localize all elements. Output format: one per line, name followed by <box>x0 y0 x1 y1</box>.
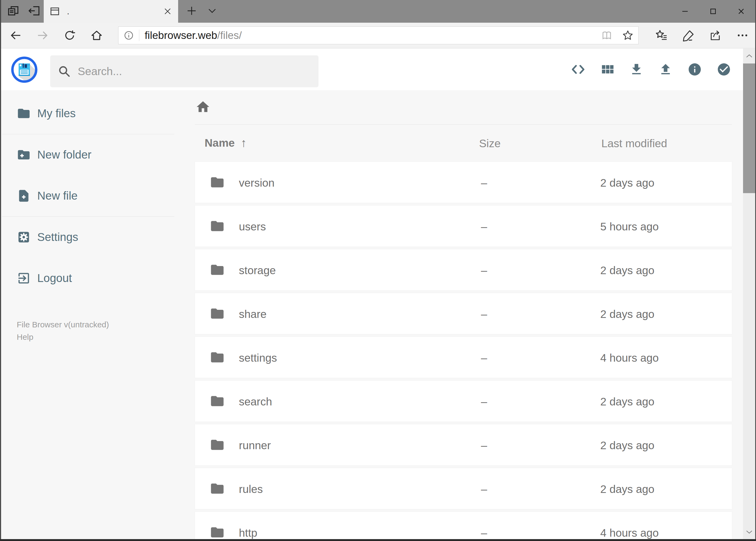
scrollbar-thumb[interactable] <box>743 64 755 193</box>
file-listing: Name ↑ Size Last modified version – 2 da… <box>178 90 756 541</box>
settings-and-more-ellipsis-button[interactable] <box>729 23 756 48</box>
file-name: users <box>239 221 266 233</box>
file-browser-logo[interactable] <box>11 56 38 83</box>
select-multiple-check-button[interactable] <box>717 62 731 77</box>
page-favicon-icon <box>50 6 60 16</box>
forward-button[interactable] <box>29 23 56 48</box>
file-size: – <box>481 483 487 496</box>
file-modified: 2 days ago <box>600 177 654 189</box>
browser-tab[interactable]: . <box>44 0 178 23</box>
tab-preview-toggle-button[interactable] <box>202 0 222 23</box>
web-note-pen-button[interactable] <box>675 23 702 48</box>
app-header <box>0 49 756 90</box>
folder-icon <box>210 219 225 234</box>
home-button[interactable] <box>83 23 110 48</box>
file-name: search <box>239 395 272 408</box>
file-row[interactable]: http – 4 hours ago <box>195 512 732 541</box>
share-button[interactable] <box>702 23 729 48</box>
column-header-name[interactable]: Name ↑ <box>205 136 247 150</box>
column-header-size[interactable]: Size <box>479 137 501 150</box>
help-link[interactable]: Help <box>17 331 109 343</box>
file-size: – <box>481 352 487 364</box>
settings-gear-icon <box>17 230 31 244</box>
file-row[interactable]: settings – 4 hours ago <box>195 337 732 378</box>
close-window-button[interactable] <box>727 0 755 23</box>
address-bar[interactable]: filebrowser.web/files/ <box>118 26 638 44</box>
sidebar: My files New folder New file <box>0 90 178 541</box>
window-frame-left <box>0 0 1 541</box>
sidebar-item-label: Logout <box>37 272 72 285</box>
file-modified: 2 days ago <box>600 483 654 496</box>
sidebar-item-label: New file <box>37 189 78 202</box>
file-modified: 2 days ago <box>600 395 654 408</box>
file-name: http <box>239 527 257 539</box>
raw-editor-code-button[interactable] <box>571 62 586 77</box>
window-controls <box>671 0 755 23</box>
sidebar-item-new-folder[interactable]: New folder <box>0 134 178 175</box>
new-tab-button[interactable] <box>181 0 202 23</box>
refresh-button[interactable] <box>56 23 83 48</box>
folder-icon <box>210 262 225 277</box>
minimize-button[interactable] <box>671 0 699 23</box>
browser-window: . <box>0 0 756 541</box>
scrollbar-up-arrow[interactable] <box>743 50 755 62</box>
sidebar-item-label: New folder <box>37 148 92 161</box>
file-row[interactable]: search – 2 days ago <box>195 380 732 422</box>
url-path: /files/ <box>217 29 242 41</box>
file-size: – <box>481 527 487 539</box>
grid-view-button[interactable] <box>600 62 615 77</box>
scrollbar-down-arrow[interactable] <box>743 526 755 538</box>
chevron-down-icon <box>207 6 217 17</box>
column-header-last-modified[interactable]: Last modified <box>601 137 667 150</box>
download-button[interactable] <box>629 62 644 77</box>
sidebar-item-label: Settings <box>37 231 78 244</box>
folder-icon <box>210 481 225 496</box>
sidebar-item-my-files[interactable]: My files <box>0 93 178 134</box>
breadcrumb-home-icon[interactable] <box>195 99 210 115</box>
hub-favorites-button[interactable] <box>648 23 675 48</box>
maximize-button[interactable] <box>699 0 727 23</box>
set-tabs-aside-button[interactable] <box>25 0 44 23</box>
new-folder-icon <box>17 148 31 162</box>
file-size: – <box>481 395 487 408</box>
file-modified: 2 days ago <box>600 439 654 452</box>
reading-view-button[interactable] <box>596 27 617 44</box>
tab-title: . <box>67 0 163 23</box>
file-row[interactable]: version – 2 days ago <box>195 162 732 203</box>
add-favorite-star-button[interactable] <box>617 27 638 44</box>
header-actions <box>571 49 731 90</box>
file-browser-page: My files New folder New file <box>0 49 756 541</box>
file-row[interactable]: runner – 2 days ago <box>195 424 732 465</box>
file-row[interactable]: rules – 2 days ago <box>195 468 732 509</box>
file-row[interactable]: share – 2 days ago <box>195 293 732 334</box>
breadcrumb-divider <box>195 124 732 125</box>
file-modified: 4 hours ago <box>600 352 659 364</box>
tabs-set-aside-list-button[interactable] <box>4 0 23 23</box>
sidebar-item-settings[interactable]: Settings <box>0 217 178 258</box>
file-row[interactable]: users – 5 hours ago <box>195 206 732 247</box>
tabs-preview-icon <box>7 5 19 18</box>
page-scrollbar[interactable] <box>743 49 755 541</box>
back-button[interactable] <box>2 23 29 48</box>
folder-icon <box>210 393 225 409</box>
search-input[interactable] <box>78 65 311 78</box>
file-name: share <box>239 308 267 320</box>
set-aside-arrow-icon <box>28 5 41 18</box>
file-size: – <box>481 177 487 189</box>
sidebar-item-logout[interactable]: Logout <box>0 258 178 299</box>
tab-strip: . <box>0 0 756 23</box>
upload-button[interactable] <box>658 62 673 77</box>
file-row[interactable]: storage – 2 days ago <box>195 249 732 290</box>
info-button[interactable] <box>687 62 702 77</box>
folder-icon <box>210 350 225 365</box>
plus-icon <box>186 5 197 17</box>
sidebar-item-new-file[interactable]: New file <box>0 175 178 216</box>
sort-ascending-icon: ↑ <box>241 136 247 150</box>
file-modified: 2 days ago <box>600 264 654 277</box>
tab-close-icon[interactable] <box>163 7 172 16</box>
search-box[interactable] <box>50 55 319 87</box>
site-info-icon[interactable] <box>119 30 139 41</box>
window-frame-bottom <box>0 539 756 541</box>
file-rows: version – 2 days ago users – 5 hours ago… <box>195 162 732 541</box>
file-size: – <box>481 308 487 320</box>
